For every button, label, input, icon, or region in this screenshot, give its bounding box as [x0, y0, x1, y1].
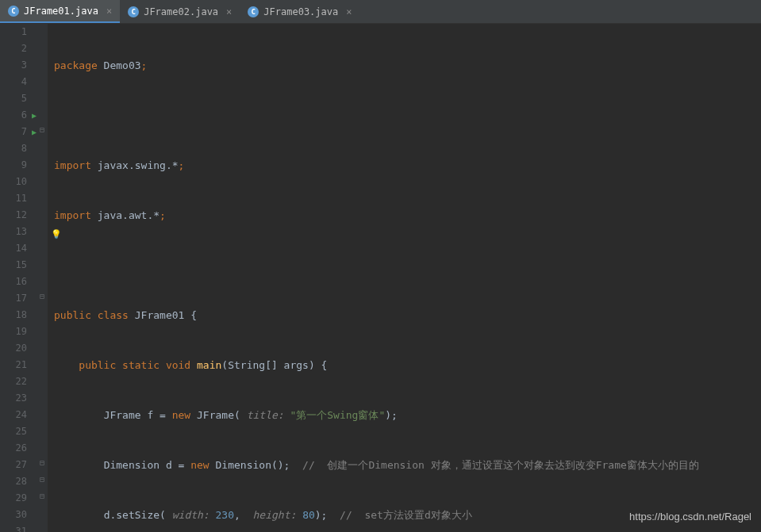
line-number: 2: [0, 40, 27, 57]
close-icon[interactable]: ×: [106, 6, 112, 17]
line-number: 5: [0, 90, 27, 107]
tab-label: JFrame02.java: [144, 6, 218, 17]
line-number-gutter: 1 2 3 4 5 6 7 8 9 10 11 12 13 14 15 16 1…: [0, 24, 38, 532]
line-number: 26: [0, 440, 27, 457]
editor-tabs: C JFrame01.java × C JFrame02.java × C JF…: [0, 0, 761, 24]
run-gutter-icon[interactable]: ▶: [32, 107, 37, 124]
line-number: 10: [0, 174, 27, 190]
fold-icon[interactable]: ⊟: [40, 125, 44, 134]
line-number: 23: [0, 390, 27, 407]
line-number: 17: [0, 290, 27, 307]
line-number: 15: [0, 257, 27, 274]
line-number: 3: [0, 57, 27, 74]
line-number: 18: [0, 307, 27, 323]
fold-icon[interactable]: ⊟: [40, 292, 44, 300]
line-number: 11: [0, 190, 27, 207]
fold-icon[interactable]: ⊟: [40, 458, 44, 467]
line-number: 4: [0, 74, 27, 90]
fold-icon[interactable]: ⊟: [40, 492, 44, 500]
line-number: 21: [0, 357, 27, 373]
line-number: 12: [0, 207, 27, 224]
tab-label: JFrame03.java: [263, 6, 338, 17]
line-number: 7: [0, 124, 27, 140]
editor-area: 1 2 3 4 5 6 7 8 9 10 11 12 13 14 15 16 1…: [0, 24, 761, 532]
close-icon[interactable]: ×: [226, 6, 232, 17]
line-number: 6: [0, 107, 27, 124]
line-number: 19: [0, 323, 27, 340]
code-editor[interactable]: package Demo03; import javax.swing.*; im…: [48, 24, 761, 532]
line-number: 30: [0, 507, 27, 523]
tab-jframe01[interactable]: C JFrame01.java ×: [0, 0, 120, 23]
line-number: 24: [0, 407, 27, 423]
close-icon[interactable]: ×: [346, 6, 352, 17]
line-number: 31: [0, 523, 27, 532]
java-class-icon: C: [8, 6, 19, 17]
fold-gutter: ⊟ ⊟ ⊟ ⊟ ⊟: [38, 24, 48, 532]
tab-jframe03[interactable]: C JFrame03.java ×: [240, 0, 359, 23]
tab-label: JFrame01.java: [24, 6, 98, 17]
fold-icon[interactable]: ⊟: [40, 475, 44, 484]
line-number: 16: [0, 274, 27, 290]
line-number: 20: [0, 340, 27, 357]
java-class-icon: C: [128, 6, 139, 17]
run-gutter-icon[interactable]: ▶: [32, 124, 37, 140]
line-number: 27: [0, 457, 27, 473]
intention-bulb-icon[interactable]: 💡: [51, 226, 62, 243]
line-number: 13: [0, 224, 27, 240]
line-number: 28: [0, 473, 27, 490]
line-number: 1: [0, 24, 27, 40]
line-number: 25: [0, 423, 27, 440]
java-class-icon: C: [248, 6, 259, 17]
tab-jframe02[interactable]: C JFrame02.java ×: [120, 0, 240, 23]
line-number: 22: [0, 373, 27, 390]
line-number: 14: [0, 240, 27, 257]
watermark-text: https://blog.csdn.net/Ragel: [629, 511, 751, 522]
line-number: 29: [0, 490, 27, 507]
line-number: 8: [0, 140, 27, 157]
line-number: 9: [0, 157, 27, 174]
